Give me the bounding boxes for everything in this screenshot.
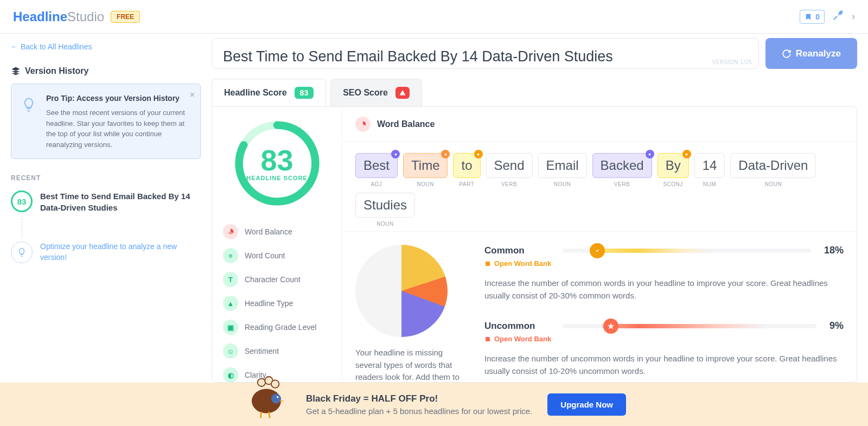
recent-label: RECENT: [11, 174, 201, 182]
word-text: Email: [538, 153, 587, 178]
chart-pie-icon: [223, 224, 238, 239]
tab-seo-score[interactable]: SEO Score: [330, 79, 422, 106]
lightbulb-icon: [11, 241, 33, 263]
headline-input[interactable]: [223, 48, 748, 65]
book-icon: [484, 336, 491, 342]
score-column: 83 HEADLINE SCORE Word Balance ≡Word Cou…: [212, 107, 342, 382]
free-badge: FREE: [111, 11, 140, 23]
svg-point-10: [271, 380, 279, 387]
word-chip: 14NUM: [694, 153, 725, 187]
word-text: Studies: [355, 193, 415, 218]
main: VERSION 1/25 Reanalyze Headline Score 83…: [212, 34, 868, 383]
back-link[interactable]: ← Back to All Headlines: [11, 42, 201, 51]
big-score-number: 83: [260, 145, 293, 175]
word-text: Send: [486, 153, 533, 178]
word-text: Time: [403, 153, 448, 178]
svg-point-8: [258, 379, 265, 386]
bookmark-button[interactable]: 0: [800, 10, 825, 24]
open-word-bank-common[interactable]: Open Word Bank: [484, 259, 844, 268]
svg-point-11: [271, 394, 281, 404]
word-pos: VERB: [486, 181, 533, 187]
svg-point-6: [686, 153, 688, 155]
lightbulb-icon: [21, 97, 36, 112]
headline-score-pill: 83: [295, 87, 314, 99]
factor-reading-grade[interactable]: ▣Reading Grade Level: [221, 315, 333, 339]
word-chip: BySCONJ: [658, 153, 689, 187]
headline-input-wrap: VERSION 1/25: [212, 38, 759, 69]
word-pos: PART: [453, 181, 480, 187]
reanalyze-button[interactable]: Reanalyze: [765, 38, 857, 69]
word-balance-pie: [355, 245, 448, 337]
recent-title: Best Time to Send Email Backed By 14 Dat…: [40, 190, 201, 213]
common-bar: [563, 249, 811, 253]
word-pos: ADJ: [355, 181, 398, 187]
uncommon-pct: 9%: [829, 320, 844, 332]
upgrade-button[interactable]: Upgrade Now: [547, 393, 626, 416]
word-chip: BestADJ: [355, 153, 398, 187]
word-chip: SendVERB: [486, 153, 533, 187]
factor-sentiment[interactable]: ☺Sentiment: [221, 339, 333, 363]
sidebar: ← Back to All Headlines Version History …: [0, 34, 212, 383]
chevron-right-icon[interactable]: ›: [852, 11, 855, 22]
common-description: Increase the number of common words in y…: [484, 277, 844, 302]
word-pos: SCONJ: [658, 181, 689, 187]
count-icon: ≡: [223, 248, 238, 263]
word-pos: NOUN: [403, 181, 448, 187]
protip-body: See the most recent versions of your cur…: [46, 107, 192, 150]
topbar: HeadlineStudio FREE 0 ›: [0, 0, 868, 34]
word-text: Backed: [592, 153, 652, 178]
stack-icon: [11, 66, 21, 76]
sentiment-icon: ☺: [223, 344, 238, 359]
metric-uncommon: Uncommon 9% Open Word Bank Increase the: [484, 320, 844, 377]
timeline-line: [22, 215, 201, 237]
word-type-icon: [391, 150, 400, 158]
optimize-prompt-text: Optimize your headline to analyze a new …: [40, 241, 201, 263]
big-score-gauge: 83 HEADLINE SCORE: [234, 120, 321, 207]
seo-alert-icon: [395, 87, 410, 99]
recent-item[interactable]: 83 Best Time to Send Email Backed By 14 …: [11, 190, 201, 213]
word-pos: VERB: [592, 181, 652, 187]
word-pos: NUM: [694, 181, 725, 187]
promo-subtitle: Get a 5-headline plan + 5 bonus headline…: [306, 406, 532, 416]
word-chip: BackedVERB: [592, 153, 652, 187]
uncommon-marker-icon: [603, 319, 618, 334]
open-word-bank-uncommon[interactable]: Open Word Bank: [484, 335, 844, 343]
word-chip: StudiesNOUN: [355, 193, 415, 227]
big-score-label: HEADLINE SCORE: [246, 175, 307, 181]
version-label: VERSION 1/25: [712, 59, 752, 65]
svg-point-3: [445, 153, 447, 155]
logo-part1: Headline: [13, 9, 67, 24]
recent-score: 83: [11, 190, 33, 212]
bookmark-icon: [805, 13, 812, 21]
detail-panel: Word Balance BestADJTimeNOUNtoPARTSendVE…: [342, 107, 857, 382]
factor-word-balance[interactable]: Word Balance: [221, 220, 333, 244]
grade-icon: ▣: [223, 320, 238, 335]
word-pos: NOUN: [730, 181, 816, 187]
turkey-icon: [242, 372, 291, 421]
logo-part2: Studio: [67, 9, 104, 24]
tab-headline-score[interactable]: Headline Score 83: [212, 79, 326, 106]
protip-title: Pro Tip: Access your Version History: [46, 93, 192, 104]
version-history-label: Version History: [11, 66, 201, 76]
common-marker-icon: [590, 243, 605, 258]
clarity-icon: ◐: [223, 367, 238, 383]
promo-banner: Black Friday = HALF OFF Pro! Get a 5-hea…: [0, 383, 868, 426]
word-type-icon: [682, 150, 691, 158]
factor-word-count[interactable]: ≡Word Count: [221, 244, 333, 268]
promo-title: Black Friday = HALF OFF Pro!: [306, 393, 532, 404]
pie-description: Your headline is missing several types o…: [355, 347, 469, 382]
common-pct: 18%: [824, 245, 844, 256]
word-chip: EmailNOUN: [538, 153, 587, 187]
logo[interactable]: HeadlineStudio: [13, 9, 104, 24]
factor-headline-type[interactable]: ▲Headline Type: [221, 291, 333, 315]
word-text: 14: [694, 153, 725, 178]
tools-icon[interactable]: [832, 9, 844, 24]
close-icon[interactable]: ×: [190, 88, 195, 101]
optimize-prompt[interactable]: Optimize your headline to analyze a new …: [11, 241, 201, 263]
word-chip: toPART: [453, 153, 480, 187]
factor-char-count[interactable]: TCharacter Count: [221, 268, 333, 291]
svg-point-4: [477, 153, 480, 155]
type-icon: ▲: [223, 296, 238, 311]
text-icon: T: [223, 272, 238, 287]
svg-point-2: [394, 153, 397, 155]
